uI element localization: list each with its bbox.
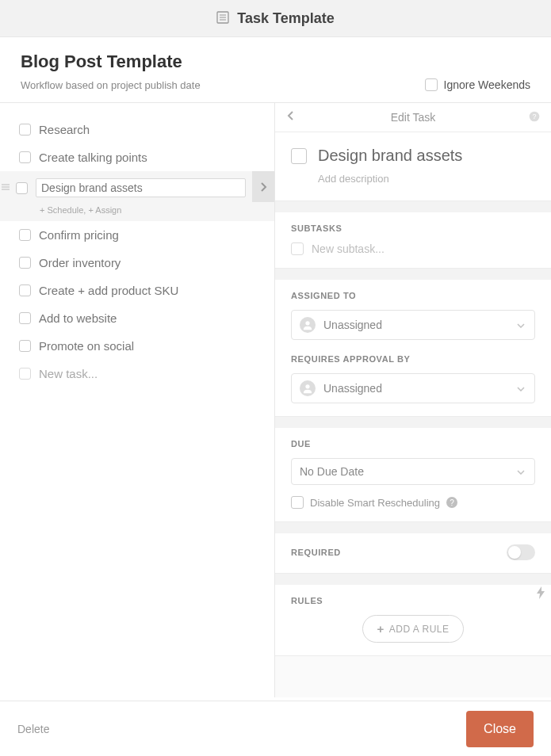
new-task-row[interactable]: New task... xyxy=(0,360,274,388)
assigned-to-dropdown[interactable]: Unassigned xyxy=(291,310,535,340)
back-button[interactable] xyxy=(286,110,294,124)
new-subtask-placeholder: New subtask... xyxy=(312,242,385,255)
chevron-down-icon xyxy=(517,466,525,477)
assigned-to-value: Unassigned xyxy=(323,319,382,331)
workflow-description: Workflow based on project publish date xyxy=(21,79,201,91)
approval-title: REQUIRES APPROVAL BY xyxy=(291,354,535,364)
required-section: REQUIRED xyxy=(275,533,551,574)
chevron-left-icon xyxy=(286,110,294,121)
due-date-dropdown[interactable]: No Due Date xyxy=(291,458,535,485)
required-title: REQUIRED xyxy=(291,548,341,557)
edit-task-header: Edit Task ? xyxy=(275,103,551,132)
modal-footer: Delete Close xyxy=(0,701,551,756)
checkbox-icon xyxy=(291,242,304,255)
add-description[interactable]: Add description xyxy=(291,165,535,185)
chevron-down-icon xyxy=(517,383,525,394)
approval-value: Unassigned xyxy=(323,382,382,395)
task-detail-section: Design brand assets Add description xyxy=(275,132,551,201)
avatar-icon xyxy=(300,380,316,396)
help-icon[interactable]: ? xyxy=(446,497,457,508)
due-section: DUE No Due Date Disable Smart Rescheduli… xyxy=(275,428,551,522)
add-rule-button[interactable]: + ADD A RULE xyxy=(362,615,465,643)
chevron-down-icon xyxy=(517,319,525,330)
required-toggle[interactable] xyxy=(507,544,535,560)
task-complete-checkbox[interactable] xyxy=(291,148,307,164)
add-rule-label: ADD A RULE xyxy=(389,624,450,635)
task-label: Research xyxy=(39,123,90,136)
drag-handle-icon[interactable] xyxy=(2,182,10,193)
checkbox-icon xyxy=(291,496,304,509)
checkbox-icon[interactable] xyxy=(19,312,31,324)
task-row[interactable]: Confirm pricing xyxy=(0,221,274,249)
task-list: Research Create talking points + Schedul… xyxy=(0,103,275,697)
edit-task-panel: Edit Task ? Design brand assets Add desc… xyxy=(275,103,551,697)
plus-icon: + xyxy=(377,622,385,636)
task-row[interactable]: Create + add product SKU xyxy=(0,277,274,304)
task-label: Add to website xyxy=(39,311,117,325)
task-row[interactable]: Order inventory xyxy=(0,249,274,277)
task-label: Order inventory xyxy=(39,256,121,269)
checkbox-icon xyxy=(425,78,438,91)
disable-rescheduling-label: Disable Smart Rescheduling xyxy=(310,497,440,509)
task-row[interactable]: Create talking points xyxy=(0,143,274,171)
checkbox-icon[interactable] xyxy=(19,151,31,163)
ignore-weekends-label: Ignore Weekends xyxy=(444,78,530,91)
task-subtext[interactable]: + Schedule, + Assign xyxy=(0,202,274,221)
assigned-to-title: ASSIGNED TO xyxy=(291,291,535,300)
checkbox-icon[interactable] xyxy=(16,182,28,194)
chevron-right-icon xyxy=(260,181,267,193)
open-task-button[interactable] xyxy=(252,171,274,202)
task-row-selected[interactable] xyxy=(0,171,274,202)
template-subheader: Blog Post Template Workflow based on pro… xyxy=(0,37,551,102)
checkbox-icon[interactable] xyxy=(19,340,31,352)
lightning-icon[interactable] xyxy=(535,586,546,602)
task-name-input[interactable] xyxy=(36,178,246,197)
template-icon xyxy=(216,11,229,26)
svg-text:?: ? xyxy=(532,113,536,120)
task-label: Create talking points xyxy=(39,151,147,164)
rules-title: RULES xyxy=(291,596,323,605)
new-subtask-input[interactable]: New subtask... xyxy=(291,242,535,255)
template-name[interactable]: Blog Post Template xyxy=(21,52,530,72)
svg-point-10 xyxy=(305,384,309,388)
task-row[interactable]: Promote on social xyxy=(0,332,274,360)
checkbox-icon xyxy=(19,368,31,380)
modal-header: Task Template xyxy=(0,0,551,37)
disable-rescheduling-toggle[interactable]: Disable Smart Rescheduling ? xyxy=(291,496,535,509)
delete-button[interactable]: Delete xyxy=(17,723,49,735)
subtasks-title: SUBTASKS xyxy=(291,223,535,233)
new-task-placeholder: New task... xyxy=(39,367,98,380)
due-date-value: No Due Date xyxy=(300,465,364,478)
checkbox-icon[interactable] xyxy=(19,124,31,136)
svg-point-9 xyxy=(305,321,309,325)
task-label: Promote on social xyxy=(39,339,134,353)
close-button[interactable]: Close xyxy=(466,711,534,747)
edit-task-title: Edit Task xyxy=(391,111,436,124)
due-title: DUE xyxy=(291,439,535,449)
task-label: Create + add product SKU xyxy=(39,284,178,297)
task-row[interactable]: Research xyxy=(0,116,274,143)
rules-section: RULES + ADD A RULE xyxy=(275,585,551,656)
checkbox-icon[interactable] xyxy=(19,229,31,241)
ignore-weekends-toggle[interactable]: Ignore Weekends xyxy=(425,78,530,91)
modal-title: Task Template xyxy=(237,10,334,27)
checkbox-icon[interactable] xyxy=(19,284,31,296)
help-icon[interactable]: ? xyxy=(529,111,540,124)
avatar-icon xyxy=(300,317,316,333)
task-row[interactable]: Add to website xyxy=(0,304,274,332)
checkbox-icon[interactable] xyxy=(19,257,31,269)
approval-dropdown[interactable]: Unassigned xyxy=(291,373,535,403)
task-label: Confirm pricing xyxy=(39,228,119,242)
task-name[interactable]: Design brand assets xyxy=(318,147,462,165)
assigned-to-section: ASSIGNED TO Unassigned REQUIRES APPROVAL… xyxy=(275,280,551,417)
subtasks-section: SUBTASKS New subtask... xyxy=(275,212,551,269)
